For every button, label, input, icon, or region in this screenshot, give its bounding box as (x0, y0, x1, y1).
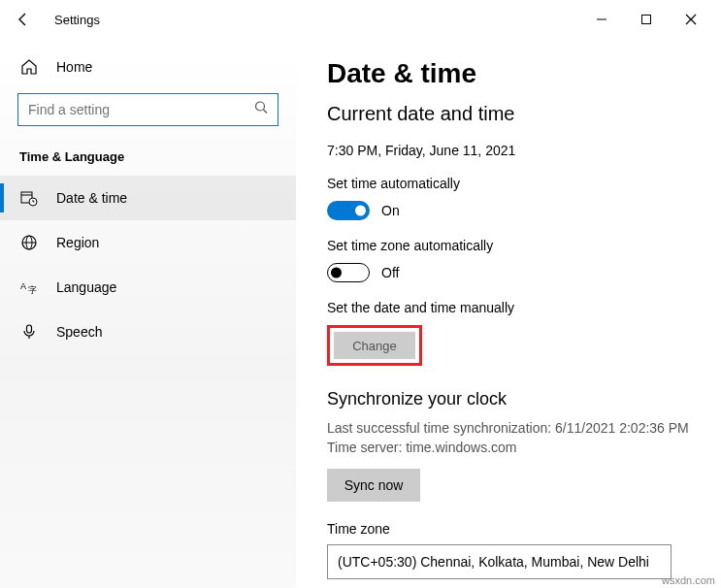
minimize-button[interactable] (579, 4, 624, 35)
change-button[interactable]: Change (334, 332, 415, 359)
tz-label: Time zone (327, 521, 690, 537)
manual-label: Set the date and time manually (327, 300, 690, 315)
svg-point-2 (256, 102, 265, 111)
auto-time-state: On (381, 203, 400, 218)
home-icon (19, 58, 39, 76)
maximize-icon (640, 14, 652, 25)
search-input[interactable] (17, 93, 279, 126)
auto-tz-state: Off (381, 265, 399, 280)
close-button[interactable] (669, 4, 713, 35)
back-button[interactable] (8, 4, 39, 35)
maximize-button[interactable] (624, 4, 669, 35)
titlebar: Settings (0, 0, 721, 39)
current-datetime: 7:30 PM, Friday, June 11, 2021 (327, 143, 690, 158)
search-icon (254, 101, 269, 119)
close-icon (685, 14, 697, 25)
sync-last: Last successful time synchronization: 6/… (327, 419, 690, 439)
auto-tz-label: Set time zone automatically (327, 238, 690, 253)
nav-label: Language (56, 279, 116, 295)
section-header: Time & Language (0, 144, 296, 176)
nav-language[interactable]: A字 Language (0, 265, 296, 310)
svg-rect-1 (642, 16, 651, 24)
auto-time-toggle[interactable] (327, 201, 370, 220)
minimize-icon (596, 14, 607, 25)
auto-time-label: Set time automatically (327, 176, 690, 191)
nav-label: Date & time (56, 190, 127, 206)
language-icon: A字 (19, 278, 39, 296)
svg-text:字: 字 (28, 285, 37, 295)
watermark: wsxdn.com (662, 574, 715, 586)
window-title: Settings (54, 13, 100, 27)
main-content: Date & time Current date and time 7:30 P… (296, 39, 721, 588)
microphone-icon (19, 323, 39, 341)
sync-title: Synchronize your clock (327, 389, 690, 409)
sync-button[interactable]: Sync now (327, 469, 420, 502)
nav-region[interactable]: Region (0, 220, 296, 265)
nav-label: Speech (56, 324, 102, 340)
page-title: Date & time (327, 58, 690, 89)
nav-speech[interactable]: Speech (0, 310, 296, 354)
nav-label: Region (56, 235, 99, 250)
nav-date-time[interactable]: Date & time (0, 176, 296, 220)
svg-rect-12 (27, 325, 32, 333)
section-subtitle: Current date and time (327, 103, 690, 125)
globe-icon (19, 234, 39, 251)
svg-line-3 (264, 110, 268, 114)
sync-server: Time server: time.windows.com (327, 439, 690, 458)
timezone-select[interactable] (327, 544, 672, 579)
home-label: Home (56, 59, 92, 75)
calendar-clock-icon (19, 189, 39, 207)
auto-tz-toggle[interactable] (327, 263, 370, 282)
svg-text:A: A (20, 281, 26, 291)
change-highlight: Change (327, 325, 422, 366)
sidebar: Home Time & Language Date & time Region … (0, 39, 296, 588)
home-nav[interactable]: Home (0, 47, 296, 87)
arrow-left-icon (16, 12, 31, 27)
sync-meta: Last successful time synchronization: 6/… (327, 419, 690, 457)
